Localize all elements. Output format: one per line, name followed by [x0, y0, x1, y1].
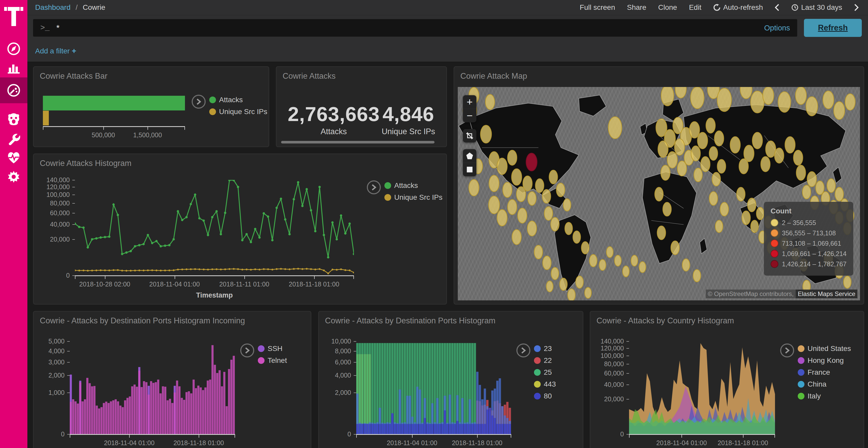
panel-attacks-bar: Cowrie Attacks Bar 500,0001,500,000 Atta…: [33, 66, 269, 147]
sidebar-item-discover[interactable]: [0, 39, 27, 58]
legend-expand-button[interactable]: [780, 343, 794, 357]
map-legend-color-dot: [771, 219, 778, 227]
map-fit-bounds-button[interactable]: [463, 129, 476, 142]
legend-label: SSH: [268, 345, 283, 353]
legend-color-dot: [534, 357, 541, 364]
legend-item-hong-kong[interactable]: Hong Kong: [798, 356, 851, 365]
legend-item-80[interactable]: 80: [534, 392, 556, 400]
map-zoom-out-button[interactable]: −: [463, 109, 476, 122]
sidebar-item-dev-tools[interactable]: [0, 129, 27, 148]
breadcrumb-separator: /: [76, 3, 78, 11]
compass-icon: [7, 42, 21, 56]
y-tick-label: 4,000: [320, 372, 351, 379]
query-value[interactable]: *: [56, 23, 758, 33]
legend-item-ssh[interactable]: SSH: [258, 345, 287, 353]
y-tick-label: 10,000: [320, 338, 351, 345]
y-tick-label: 3,000: [34, 358, 65, 366]
clone-button[interactable]: Clone: [658, 3, 677, 12]
map-legend-label: 2 – 356,555: [782, 219, 816, 227]
legend-label: Italy: [808, 392, 821, 400]
map-zoom-in-button[interactable]: +: [463, 95, 476, 109]
query-bar: >_ * Options Refresh: [27, 15, 868, 40]
legend-label: 80: [544, 392, 552, 400]
legend-expand-button[interactable]: [517, 343, 530, 357]
options-link[interactable]: Options: [764, 24, 790, 32]
sidebar-item-timelion[interactable]: [0, 110, 27, 129]
legend-label: 22: [544, 356, 552, 365]
search-input[interactable]: >_ * Options: [33, 19, 797, 37]
breadcrumb-page: Cowrie: [83, 3, 105, 11]
bar-chart-icon: [7, 61, 21, 75]
time-back-button[interactable]: [775, 4, 779, 11]
sidebar-item-dashboard[interactable]: [0, 77, 27, 103]
map-polygon-filter-button[interactable]: [463, 149, 476, 163]
sidebar-item-monitoring[interactable]: [0, 148, 27, 167]
legend-item-telnet[interactable]: Telnet: [258, 356, 287, 365]
map-legend-label: 1,426,214 – 1,782,767: [782, 261, 846, 268]
legend-expand-button[interactable]: [240, 343, 254, 357]
t-logo-icon: [4, 4, 23, 26]
map-rectangle-filter-button[interactable]: [463, 163, 476, 176]
osm-attribution[interactable]: © OpenStreetMap contributors,: [706, 289, 796, 298]
legend-item-unique-src-ips[interactable]: Unique Src IPs: [209, 108, 268, 116]
sidebar-item-management[interactable]: [0, 167, 27, 186]
legend-item-united-states[interactable]: United States: [798, 345, 851, 353]
y-tick-label: 120,000: [593, 345, 624, 352]
panel-title: Cowrie Attacks Histogram: [34, 154, 446, 168]
time-picker-button[interactable]: Last 30 days: [791, 3, 842, 12]
full-screen-button[interactable]: Full screen: [580, 3, 615, 12]
legend-label: 25: [544, 368, 552, 377]
share-button[interactable]: Share: [627, 3, 646, 12]
filter-bar: Add a filter +: [27, 40, 868, 62]
legend-item-22[interactable]: 22: [534, 356, 556, 365]
clock-icon: [791, 4, 799, 11]
y-tick-label: 100,000: [39, 191, 70, 199]
legend-item-france[interactable]: France: [798, 368, 851, 377]
y-tick-label: 140,000: [39, 176, 70, 184]
horizontal-scrollbar[interactable]: [281, 141, 435, 143]
gauge-icon: [6, 83, 21, 98]
time-forward-button[interactable]: [854, 4, 859, 11]
legend-expand-button[interactable]: [367, 180, 381, 194]
legend-item-443[interactable]: 443: [534, 380, 556, 388]
top-bar: Dashboard / Cowrie Full screenShareClone…: [27, 0, 868, 15]
refresh-button[interactable]: Refresh: [804, 19, 862, 37]
map-controls: + −: [463, 95, 476, 176]
t-mobile-logo[interactable]: [0, 0, 27, 30]
legend-item-25[interactable]: 25: [534, 368, 556, 377]
legend-item-23[interactable]: 23: [534, 345, 556, 353]
sidebar-item-visualize[interactable]: [0, 58, 27, 77]
add-filter-link[interactable]: Add a filter +: [35, 46, 76, 55]
legend-label: 23: [544, 345, 552, 353]
legend-expand-button[interactable]: [192, 95, 206, 109]
y-tick-label: 0: [593, 430, 624, 438]
x-tick-label: 2018-11-11 01:00: [216, 280, 273, 288]
panel-attacks-metric: Cowrie Attacks 2,763,663Attacks4,846Uniq…: [276, 66, 447, 147]
legend-item-unique-src-ips[interactable]: Unique Src IPs: [384, 193, 442, 202]
ems-attribution[interactable]: Elastic Maps Service: [796, 289, 858, 298]
y-tick-label: 60,000: [593, 370, 624, 377]
query-prompt-icon: >_: [40, 24, 50, 32]
top-nav-menu: Full screenShareCloneEditAuto-refreshLas…: [580, 3, 859, 12]
legend-item-china[interactable]: China: [798, 380, 851, 388]
app-sidebar: [0, 0, 27, 448]
auto-refresh-button[interactable]: Auto-refresh: [713, 3, 763, 12]
map-legend-color-dot: [771, 250, 778, 257]
x-tick-label: 2018-11-04 01:00: [101, 439, 158, 447]
legend-item-attacks[interactable]: Attacks: [209, 96, 268, 104]
map-legend: Count 2 – 356,555356,555 – 713,108713,10…: [764, 202, 853, 276]
gear-icon: [7, 170, 21, 184]
legend-color-dot: [534, 369, 541, 376]
world-map[interactable]: + −: [458, 87, 860, 300]
legend-item-attacks[interactable]: Attacks: [384, 181, 442, 190]
legend-item-italy[interactable]: Italy: [798, 392, 851, 400]
edit-button[interactable]: Edit: [689, 3, 702, 12]
breadcrumb-dashboard-link[interactable]: Dashboard: [35, 3, 70, 11]
legend-color-dot: [534, 381, 541, 388]
legend-label: Hong Kong: [808, 356, 844, 365]
ports-bar-chart: [356, 341, 511, 434]
map-legend-item: 1,426,214 – 1,782,767: [771, 260, 846, 268]
legend-label: Telnet: [268, 356, 287, 365]
plus-icon: +: [72, 46, 76, 55]
legend-label: Attacks: [219, 96, 243, 104]
